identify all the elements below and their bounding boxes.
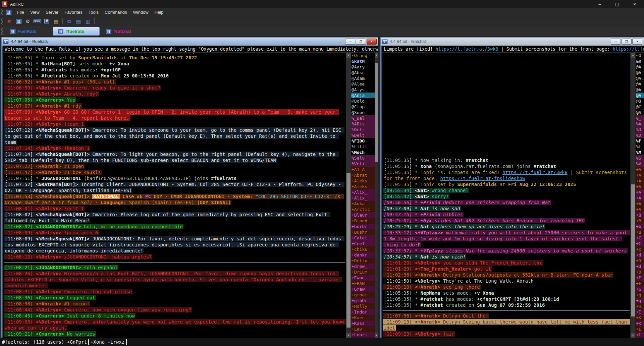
- mdi-maximize-button[interactable]: ❐: [356, 39, 366, 45]
- join-channel-icon[interactable]: #: [42, 17, 51, 25]
- nicklist-item[interactable]: +Bushr: [351, 229, 375, 235]
- nicklist-item[interactable]: +A: [636, 178, 644, 184]
- menubar-drag-handle[interactable]: [1, 9, 3, 15]
- menu-file[interactable]: File: [14, 9, 27, 15]
- scroll-down-icon[interactable]: ▼: [631, 333, 635, 338]
- options-icon[interactable]: ⚙: [23, 17, 32, 25]
- nicklist-item[interactable]: %Salv: [351, 155, 375, 161]
- nicklist-item[interactable]: %Littl: [351, 144, 375, 150]
- nicklist-item[interactable]: &R: [636, 58, 644, 64]
- nicklist-item[interactable]: +Blaur: [351, 212, 375, 218]
- nicklist-item[interactable]: +A: [636, 184, 644, 189]
- nicklist-item[interactable]: +d: [636, 252, 644, 258]
- nicklist-item[interactable]: +A: [636, 172, 644, 178]
- nicklist-item[interactable]: @Anja: [351, 93, 375, 98]
- menu-help[interactable]: Help: [152, 9, 167, 15]
- nicklist-item[interactable]: +Aleks: [351, 184, 375, 189]
- nicklist-item[interactable]: +borbr: [351, 224, 375, 229]
- nicklist-item[interactable]: %Delt: [351, 132, 375, 138]
- nicklist-item[interactable]: +chiku: [351, 246, 375, 252]
- nicklist-item[interactable]: +L: [636, 326, 644, 332]
- chat-scrollbar[interactable]: ▲ ▼: [346, 53, 351, 338]
- cascade-windows-icon[interactable]: ⧉: [65, 17, 73, 25]
- link[interactable]: https://t.fuelr.at/fpslidesh: [613, 46, 644, 52]
- nicklist-item[interactable]: %S: [636, 155, 644, 161]
- nicklist-item[interactable]: %_: [636, 115, 644, 121]
- nicklist-item[interactable]: +Blood: [351, 218, 375, 224]
- nicklist-item[interactable]: @A: [636, 81, 644, 87]
- link[interactable]: https://t.fuelr.at/fpslideshow: [440, 176, 525, 181]
- nicklist-item[interactable]: %L: [636, 144, 644, 150]
- app-minimize-button[interactable]: –: [592, 0, 607, 8]
- nicklist-item[interactable]: +K: [636, 315, 644, 321]
- nicklist-item[interactable]: +L: [636, 332, 644, 338]
- tile-vertical-icon[interactable]: ▥: [84, 17, 92, 25]
- nicklist-item[interactable]: +Aleks: [351, 178, 375, 184]
- menu-favorites[interactable]: Favorites: [61, 9, 85, 15]
- nicklist-item[interactable]: @A: [636, 75, 644, 81]
- nicklist-item[interactable]: +G: [636, 286, 644, 292]
- nicklist-item[interactable]: +I: [636, 309, 644, 315]
- nicklist-item[interactable]: +CeeT: [351, 241, 375, 246]
- nicklist-item[interactable]: +Abrat: [351, 172, 375, 178]
- nicklist-item[interactable]: %F: [636, 138, 644, 144]
- nicklist-item[interactable]: +B: [636, 212, 644, 218]
- nicklist-item[interactable]: ~Orang: [351, 53, 375, 58]
- nicklist-item[interactable]: +A1_A: [351, 167, 375, 172]
- nicklist-item[interactable]: +drew_: [351, 264, 375, 269]
- nicklist-item[interactable]: ~O: [636, 53, 644, 58]
- nicklist-item[interactable]: @A: [636, 87, 644, 93]
- app-close-button[interactable]: ✕: [627, 0, 642, 8]
- toolbar-drag-handle[interactable]: [1, 18, 3, 24]
- nicklist-item[interactable]: &RatM: [351, 58, 375, 64]
- mdi-maximize-button[interactable]: ❐: [622, 39, 632, 45]
- scroll-down-icon[interactable]: ▼: [375, 333, 378, 338]
- tab-FuelRats[interactable]: FuelRats: [5, 27, 51, 35]
- nicklist-item[interactable]: +g: [636, 298, 644, 303]
- nicklist-item[interactable]: +Alix_: [351, 189, 375, 195]
- nicklist-item[interactable]: +H: [636, 303, 644, 309]
- nicklist-item[interactable]: +B: [636, 218, 644, 224]
- nicklist-item[interactable]: @S: [636, 110, 644, 115]
- nicklist-item[interactable]: @Bold: [351, 98, 375, 104]
- mdi-minimize-button[interactable]: —: [345, 39, 355, 45]
- nicklist-item[interactable]: +c: [636, 246, 644, 252]
- logs-icon[interactable]: ▤: [52, 17, 60, 25]
- tab-ratchat[interactable]: #ratchat: [101, 27, 147, 35]
- nicklist-item[interactable]: +E: [636, 275, 644, 281]
- nicklist-item[interactable]: +gtbUr: [351, 298, 375, 303]
- nicklist-item[interactable]: +A: [636, 207, 644, 212]
- nicklist-item[interactable]: +C: [636, 235, 644, 241]
- mdi-close-button[interactable]: ✕: [367, 39, 377, 45]
- nicklist-item[interactable]: +Graw: [351, 286, 375, 292]
- menu-window[interactable]: Window: [130, 9, 152, 15]
- nicklist-item[interactable]: +Lev: [351, 326, 375, 332]
- menu-server[interactable]: Server: [43, 9, 61, 15]
- nicklist-item[interactable]: +Ewan: [351, 275, 375, 281]
- disconnect-icon[interactable]: ✖: [5, 17, 13, 25]
- menu-tools[interactable]: Tools: [86, 9, 102, 15]
- nicklist-item[interactable]: +Kaec: [351, 315, 375, 321]
- nicklist-item[interactable]: +dankr: [351, 252, 375, 258]
- nicklist-item[interactable]: +g: [636, 292, 644, 298]
- nicklist-item[interactable]: +D: [636, 258, 644, 264]
- nicklist-item[interactable]: @Alee: [351, 81, 375, 87]
- mdi-titlebar[interactable]: 4.4 64 bit - #fuelrats — ❐ ✕: [2, 38, 378, 46]
- dcc-icon[interactable]: DCC: [33, 17, 42, 25]
- mdi-minimize-button[interactable]: —: [611, 39, 621, 45]
- nicklist-item[interactable]: +Louri: [351, 332, 375, 338]
- nicklist-item[interactable]: @Supe: [351, 110, 375, 115]
- nicklist-item[interactable]: +DrLum: [351, 269, 375, 275]
- nicklist-item[interactable]: @Aary: [351, 64, 375, 70]
- nicklist-item[interactable]: %V: [636, 161, 644, 167]
- nicklist-item[interactable]: +groot: [351, 292, 375, 298]
- nicklist-item[interactable]: +B: [636, 229, 644, 235]
- link[interactable]: https://t.fuelr.at/3wk8: [435, 46, 498, 52]
- nicklist-item[interactable]: +A: [636, 201, 644, 207]
- nicklist-item[interactable]: %Delr: [351, 127, 375, 132]
- link[interactable]: https://t.fuelr.at/3wk8: [502, 170, 568, 175]
- mdi-titlebar[interactable]: 4.4 64 bit - #ratchat — ❐ ✕: [381, 38, 644, 46]
- nicklist-item[interactable]: @C: [636, 104, 644, 110]
- nicklist-item[interactable]: +A: [636, 167, 644, 172]
- nicklist-item[interactable]: +Anka: [351, 201, 375, 207]
